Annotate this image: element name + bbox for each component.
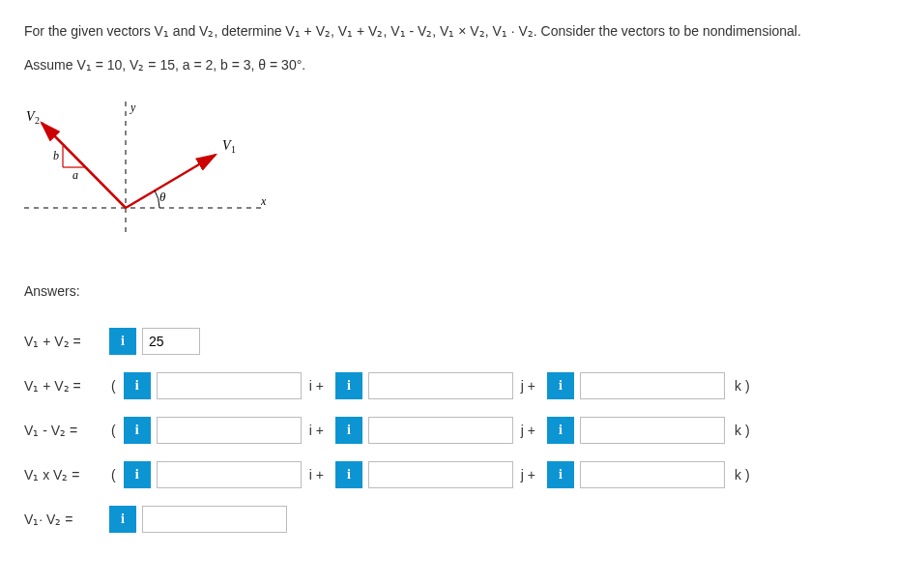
answer-row-cross: V₁ x V₂ = ( i i + i j + i k ) bbox=[24, 461, 900, 488]
answers-header: Answers: bbox=[24, 283, 900, 299]
unit-i: i + bbox=[309, 467, 324, 483]
info-icon[interactable]: i bbox=[547, 417, 574, 444]
info-icon[interactable]: i bbox=[335, 461, 362, 488]
open-paren: ( bbox=[111, 378, 116, 394]
svg-text:2: 2 bbox=[35, 115, 40, 126]
input-magnitude[interactable] bbox=[142, 328, 200, 355]
svg-line-3 bbox=[42, 123, 126, 208]
unit-j: j + bbox=[521, 423, 535, 438]
problem-statement-2: Assume V₁ = 10, V₂ = 15, a = 2, b = 3, θ… bbox=[24, 53, 900, 77]
input-diff-j[interactable] bbox=[368, 417, 513, 444]
unit-k-close: k ) bbox=[735, 467, 750, 483]
problem-statement-1: For the given vectors V₁ and V₂, determi… bbox=[24, 19, 900, 44]
info-icon[interactable]: i bbox=[124, 417, 151, 444]
info-icon[interactable]: i bbox=[335, 417, 362, 444]
info-icon[interactable]: i bbox=[124, 372, 151, 399]
info-icon[interactable]: i bbox=[547, 461, 574, 488]
unit-k-close: k ) bbox=[735, 423, 750, 438]
svg-text:1: 1 bbox=[231, 144, 236, 155]
diagram-label-b: b bbox=[53, 149, 59, 162]
unit-i: i + bbox=[309, 423, 324, 438]
info-icon[interactable]: i bbox=[124, 461, 151, 488]
info-icon[interactable]: i bbox=[547, 372, 574, 399]
input-cross-k[interactable] bbox=[580, 461, 725, 488]
row1-label: V₁ + V₂ = bbox=[24, 334, 103, 349]
open-paren: ( bbox=[111, 423, 116, 438]
info-icon[interactable]: i bbox=[335, 372, 362, 399]
input-diff-i[interactable] bbox=[157, 417, 302, 444]
input-cross-i[interactable] bbox=[157, 461, 302, 488]
diagram-label-a: a bbox=[72, 168, 78, 182]
row3-label: V₁ - V₂ = bbox=[24, 423, 103, 438]
answer-row-diff: V₁ - V₂ = ( i i + i j + i k ) bbox=[24, 417, 900, 444]
input-dot[interactable] bbox=[142, 506, 287, 533]
info-icon[interactable]: i bbox=[109, 506, 136, 533]
unit-j: j + bbox=[521, 378, 535, 394]
input-diff-k[interactable] bbox=[580, 417, 725, 444]
unit-k-close: k ) bbox=[735, 378, 750, 394]
answer-row-dot: V₁· V₂ = i bbox=[24, 506, 900, 533]
diagram-label-theta: θ bbox=[159, 190, 166, 204]
diagram-label-y: y bbox=[130, 102, 136, 114]
unit-i: i + bbox=[309, 378, 324, 394]
unit-j: j + bbox=[521, 467, 535, 483]
answer-row-sum: V₁ + V₂ = ( i i + i j + i k ) bbox=[24, 372, 900, 399]
diagram-label-x: x bbox=[260, 194, 267, 208]
input-sum-k[interactable] bbox=[580, 372, 725, 399]
svg-line-2 bbox=[126, 155, 216, 208]
row2-label: V₁ + V₂ = bbox=[24, 378, 103, 394]
input-sum-j[interactable] bbox=[368, 372, 513, 399]
row5-label: V₁· V₂ = bbox=[24, 512, 103, 527]
info-icon[interactable]: i bbox=[109, 328, 136, 355]
input-cross-j[interactable] bbox=[368, 461, 513, 488]
answer-row-magnitude: V₁ + V₂ = i bbox=[24, 328, 900, 355]
open-paren: ( bbox=[111, 467, 116, 483]
vector-diagram: V 1 V 2 a b x y θ bbox=[24, 102, 275, 251]
input-sum-i[interactable] bbox=[157, 372, 302, 399]
row4-label: V₁ x V₂ = bbox=[24, 467, 103, 483]
